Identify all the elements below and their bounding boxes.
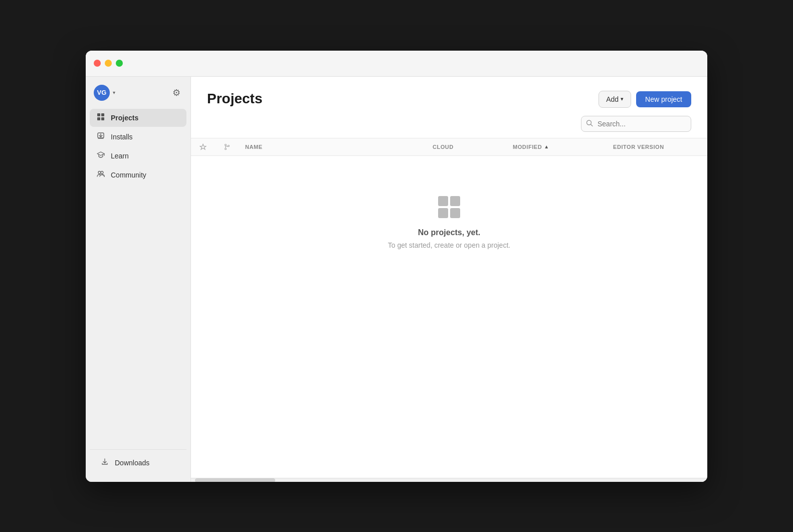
search-container xyxy=(581,116,691,132)
header-actions: Add ▾ New project xyxy=(599,91,691,108)
sidebar-top: VG ▾ ⚙ xyxy=(90,83,186,109)
learn-icon xyxy=(96,151,106,161)
page-title: Projects xyxy=(207,91,263,107)
traffic-lights xyxy=(94,60,123,67)
search-icon xyxy=(586,119,593,128)
th-cloud[interactable]: CLOUD xyxy=(427,138,507,155)
maximize-button[interactable] xyxy=(116,60,123,67)
th-modified[interactable]: MODIFIED ▲ xyxy=(507,138,607,155)
projects-icon xyxy=(96,113,106,123)
sidebar-item-installs[interactable]: Installs xyxy=(90,128,186,146)
svg-point-9 xyxy=(101,171,103,173)
th-editor-version[interactable]: EDITOR VERSION xyxy=(607,138,707,155)
titlebar xyxy=(86,51,707,77)
main-content: Projects Add ▾ New project xyxy=(191,77,707,482)
new-project-button[interactable]: New project xyxy=(636,91,691,107)
main-header: Projects Add ▾ New project xyxy=(191,77,707,116)
table-header: NAME CLOUD MODIFIED ▲ EDITOR VERSION xyxy=(191,138,707,156)
community-icon xyxy=(96,170,106,180)
search-bar-row xyxy=(191,116,707,138)
app-body: VG ▾ ⚙ Projects xyxy=(86,77,707,482)
svg-point-12 xyxy=(225,144,227,145)
th-branch xyxy=(215,138,239,155)
settings-button[interactable]: ⚙ xyxy=(170,85,182,100)
table-container: NAME CLOUD MODIFIED ▲ EDITOR VERSION xyxy=(191,138,707,478)
downloads-label: Downloads xyxy=(115,459,149,467)
sidebar-item-learn[interactable]: Learn xyxy=(90,147,186,165)
svg-rect-0 xyxy=(97,113,100,116)
sort-arrow-icon: ▲ xyxy=(544,144,549,149)
add-button[interactable]: Add ▾ xyxy=(599,91,631,108)
sidebar: VG ▾ ⚙ Projects xyxy=(86,77,191,482)
empty-title: No projects, yet. xyxy=(418,228,480,237)
svg-point-8 xyxy=(98,171,101,173)
installs-icon xyxy=(96,132,106,142)
sidebar-nav: Projects Installs xyxy=(90,109,186,449)
scrollbar-thumb[interactable] xyxy=(195,478,275,482)
user-area[interactable]: VG ▾ xyxy=(94,85,115,101)
empty-state: No projects, yet. To get started, create… xyxy=(191,156,707,289)
downloads-icon xyxy=(100,458,110,468)
avatar: VG xyxy=(94,85,110,101)
svg-rect-1 xyxy=(101,113,104,116)
th-name[interactable]: NAME xyxy=(239,138,427,155)
svg-line-11 xyxy=(591,124,593,126)
svg-rect-3 xyxy=(101,117,104,120)
sidebar-bottom: Downloads xyxy=(90,449,186,476)
search-input[interactable] xyxy=(581,116,691,132)
downloads-item[interactable]: Downloads xyxy=(94,454,182,472)
chevron-down-icon: ▾ xyxy=(113,90,115,95)
sidebar-item-label-installs: Installs xyxy=(111,133,133,141)
sidebar-item-label-learn: Learn xyxy=(111,152,129,160)
sidebar-item-label-projects: Projects xyxy=(111,114,138,122)
close-button[interactable] xyxy=(94,60,101,67)
empty-icon xyxy=(438,196,460,218)
add-chevron-icon: ▾ xyxy=(621,96,624,102)
horizontal-scrollbar[interactable] xyxy=(191,478,707,482)
svg-rect-2 xyxy=(97,117,100,120)
th-star[interactable] xyxy=(191,138,215,155)
sidebar-item-projects[interactable]: Projects xyxy=(90,109,186,127)
empty-subtitle: To get started, create or open a project… xyxy=(388,241,510,249)
main-window: VG ▾ ⚙ Projects xyxy=(86,51,707,482)
sidebar-item-community[interactable]: Community xyxy=(90,166,186,184)
svg-point-13 xyxy=(225,148,227,149)
add-button-label: Add xyxy=(606,95,619,103)
sidebar-item-label-community: Community xyxy=(111,171,146,179)
minimize-button[interactable] xyxy=(105,60,112,67)
